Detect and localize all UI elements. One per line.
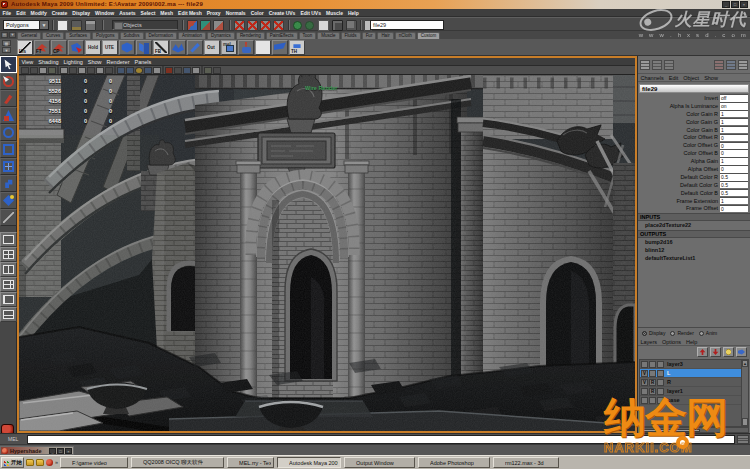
render-current-frame-icon[interactable]	[318, 20, 329, 31]
panel-toolbar-icon[interactable]	[39, 67, 47, 74]
shelf-button[interactable]	[187, 40, 203, 55]
tool-settings-icon[interactable]	[726, 60, 736, 70]
render-settings-icon[interactable]	[346, 20, 357, 31]
channel-label[interactable]: Default Color R	[638, 174, 720, 180]
channel-value-input[interactable]: on	[720, 102, 748, 110]
output-node[interactable]: blinn12	[638, 246, 750, 254]
menu-item[interactable]: Muscle	[323, 9, 345, 17]
panel-toolbar-icon[interactable]	[183, 67, 191, 74]
panel-menu-item[interactable]: View	[19, 58, 36, 66]
shelf-tab[interactable]: Rendering	[236, 32, 265, 39]
taskbar-button[interactable]: MEL.rry - TextPad 2	[227, 457, 274, 468]
select-component-icon[interactable]	[213, 20, 224, 31]
panel-menu-item[interactable]: Lighting	[61, 58, 85, 66]
layout-button[interactable]	[0, 247, 17, 262]
menu-item[interactable]: Create UVs	[266, 9, 298, 17]
shelf-tab[interactable]: Hair	[377, 32, 393, 39]
channel-value-input[interactable]: 1	[720, 197, 748, 205]
panel-toolbar-icon[interactable]	[174, 67, 182, 74]
shelf-tab[interactable]: Fur	[362, 32, 377, 39]
layer-display-type-toggle[interactable]	[649, 370, 656, 377]
channel-label[interactable]: Invert	[638, 95, 720, 101]
layout-button[interactable]	[0, 262, 17, 277]
layer-menu-item[interactable]: Help	[683, 339, 699, 345]
shelf-button[interactable]: His	[17, 40, 33, 55]
menu-item[interactable]: Edit UVs	[298, 9, 324, 17]
taskbar-button[interactable]: Output Window	[344, 457, 415, 468]
channelbox-menu-item[interactable]: Show	[702, 74, 721, 82]
panel-toolbar-icon[interactable]	[69, 67, 77, 74]
channel-value-input[interactable]: 1	[720, 157, 748, 165]
panel-toolbar-icon[interactable]	[114, 66, 116, 74]
channel-label[interactable]: Color Gain G	[638, 119, 720, 125]
panel-toolbar-icon[interactable]	[192, 67, 200, 74]
menu-item[interactable]: Help	[345, 9, 361, 17]
snap-point-icon[interactable]	[260, 20, 271, 31]
layer-color-swatch[interactable]	[657, 361, 664, 368]
layer-editor-button[interactable]	[697, 347, 708, 357]
quick-launch-more-icon[interactable]: »	[55, 459, 58, 466]
window-control-button[interactable]: □	[731, 1, 739, 8]
panel-toolbar-icon[interactable]	[87, 67, 95, 74]
channel-value-input[interactable]: off	[720, 94, 748, 102]
layer-display-type-toggle[interactable]: R	[649, 379, 656, 386]
shelf-tab[interactable]: Surfaces	[65, 32, 91, 39]
channel-value-input[interactable]: 0	[720, 134, 748, 142]
shelf-button[interactable]: CP	[51, 40, 67, 55]
shelf-button[interactable]	[119, 40, 135, 55]
layout-button[interactable]	[0, 307, 17, 322]
menu-item[interactable]: Mesh	[158, 9, 176, 17]
panel-toolbar-icon[interactable]	[204, 67, 212, 74]
layer-name[interactable]: R	[665, 379, 671, 385]
output-node[interactable]: defaultTextureList1	[638, 254, 750, 262]
layer-color-swatch[interactable]	[657, 388, 664, 395]
channel-value-input[interactable]: 0	[720, 165, 748, 173]
statusline-separator[interactable]	[52, 20, 54, 30]
panel-toolbar-icon[interactable]	[162, 66, 164, 74]
statusline-separator[interactable]	[102, 20, 104, 30]
shelf-button[interactable]: UTE	[102, 40, 118, 55]
channel-label[interactable]: Default Color B	[638, 190, 720, 196]
shelf-tab[interactable]: Subdivs	[120, 32, 144, 39]
tool-button[interactable]	[0, 175, 17, 192]
channel-label[interactable]: Color Offset R	[638, 134, 720, 140]
menu-item[interactable]: Modify	[28, 9, 49, 17]
tool-button[interactable]	[0, 192, 17, 209]
channel-label[interactable]: Alpha Offset	[638, 166, 720, 172]
layer-editor-button[interactable]	[723, 347, 734, 357]
layer-row[interactable]: layer3	[640, 360, 748, 369]
taskbar-button[interactable]: QQ2008 OICQ 聊天软件	[131, 457, 224, 468]
shelf-options-icon[interactable]: ▦	[2, 40, 11, 46]
shelf-button[interactable]	[136, 40, 152, 55]
menu-item[interactable]: Create	[49, 9, 70, 17]
panel-toolbar-icon[interactable]	[30, 67, 38, 74]
layout-button[interactable]	[0, 232, 17, 247]
resize-grip-icon[interactable]	[742, 418, 748, 426]
channel-label[interactable]: Default Color G	[638, 182, 720, 188]
shelf-button[interactable]: FB	[153, 40, 169, 55]
channel-label[interactable]: Color Gain R	[638, 111, 720, 117]
shelf-button[interactable]	[238, 40, 254, 55]
panel-menu-item[interactable]: Renderer	[104, 58, 132, 66]
taskbar-button[interactable]: Adobe Photoshop	[418, 457, 490, 468]
channelbox-menu-item[interactable]: Edit	[666, 74, 680, 82]
viewport-panel[interactable]: ViewShadingLightingShowRendererPanels	[17, 56, 637, 433]
menu-item[interactable]: Window	[93, 9, 117, 17]
taskbar-button[interactable]: Autodesk Maya 2009	[277, 457, 341, 468]
statusline-separator[interactable]	[288, 20, 290, 30]
snap-grid-icon[interactable]	[234, 20, 245, 31]
quick-launch-maya-icon[interactable]	[46, 459, 53, 466]
channel-value-input[interactable]: 0.5	[720, 173, 748, 181]
scroll-up-icon[interactable]: ▲	[742, 360, 748, 367]
channelbox-menu-item[interactable]: Channels	[638, 74, 666, 82]
construction-history-on-icon[interactable]	[293, 21, 302, 30]
shelf-menu-arrow-icon[interactable]: ▼	[9, 32, 16, 38]
hypershade-control-button[interactable]: ×	[65, 448, 72, 454]
layer-visibility-toggle[interactable]: V	[641, 370, 648, 377]
tray-icon[interactable]	[739, 459, 746, 466]
menu-item[interactable]: Normals	[223, 9, 248, 17]
panel-toolbar-icon[interactable]	[78, 67, 86, 74]
layer-mode-radio[interactable]: Display	[642, 330, 665, 336]
layer-visibility-toggle[interactable]	[641, 361, 648, 368]
channel-value-input[interactable]: 0.5	[720, 181, 748, 189]
